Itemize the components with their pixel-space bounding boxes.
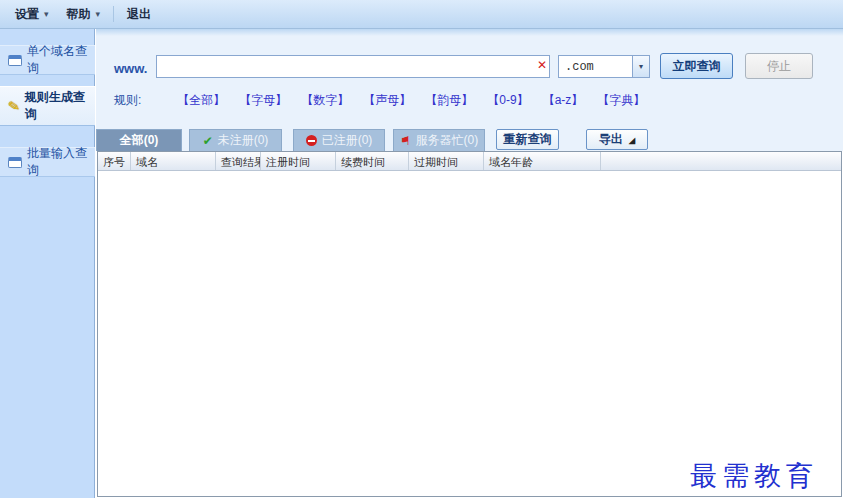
tld-dropdown-button[interactable]: ▾ (632, 56, 649, 77)
pencil-icon: ✎ (7, 98, 21, 114)
chevron-down-icon: ▾ (44, 9, 49, 19)
tab-all[interactable]: 全部(0) (96, 129, 182, 151)
www-label: www. (114, 61, 147, 76)
column-header-renew-time[interactable]: 续费时间 (336, 152, 409, 170)
rule-option-letters[interactable]: 【字母】 (239, 92, 287, 109)
sidebar: 单个域名查询 ✎ 规则生成查询 批量输入查询 (0, 29, 95, 498)
check-icon: ✔ (203, 134, 213, 148)
menu-help-label: 帮助 (67, 6, 91, 23)
rule-option-digits[interactable]: 【数字】 (301, 92, 349, 109)
window-icon (8, 157, 22, 168)
rule-option-finals[interactable]: 【韵母】 (425, 92, 473, 109)
domain-input-wrap: ✕ (156, 55, 550, 78)
flag-icon: ⚑ (400, 134, 411, 148)
tld-select[interactable]: .com ▾ (558, 55, 650, 78)
watermark-text: 最需教育 (690, 458, 856, 494)
chevron-down-icon: ▾ (639, 62, 643, 71)
column-header-domain[interactable]: 域名 (131, 152, 216, 170)
tab-label: 未注册(0) (218, 132, 269, 149)
results-tabstrip: 全部(0) ✔ 未注册(0) 已注册(0) ⚑ 服务器忙(0) 重新查询 导出 … (96, 128, 843, 151)
clear-input-icon[interactable]: ✕ (537, 59, 547, 71)
export-label: 导出 (599, 132, 623, 146)
export-dropdown-icon: ◢ (629, 136, 635, 145)
sidebar-item-label: 批量输入查询 (27, 145, 95, 179)
query-now-button[interactable]: 立即查询 (660, 53, 733, 79)
tab-unregistered[interactable]: ✔ 未注册(0) (189, 129, 282, 151)
sidebar-item-rule-generate-query[interactable]: ✎ 规则生成查询 (0, 86, 95, 126)
menu-help[interactable]: 帮助 ▾ (58, 3, 110, 26)
menu-exit[interactable]: 退出 (118, 3, 160, 26)
menu-exit-label: 退出 (127, 6, 151, 23)
column-header-register-time[interactable]: 注册时间 (261, 152, 336, 170)
tab-label: 已注册(0) (322, 132, 373, 149)
tab-label: 全部(0) (120, 132, 159, 149)
tld-selected-value: .com (559, 60, 632, 74)
column-header-expire-time[interactable]: 过期时间 (409, 152, 484, 170)
column-header-index[interactable]: 序号 (98, 152, 131, 170)
rules-row: 规则: 【全部】 【字母】 【数字】 【声母】 【韵母】 【0-9】 【a-z】… (114, 92, 645, 109)
rule-option-dictionary[interactable]: 【字典】 (597, 92, 645, 109)
menu-divider (113, 6, 114, 22)
domain-input[interactable] (156, 55, 550, 78)
sidebar-item-batch-input-query[interactable]: 批量输入查询 (0, 147, 95, 177)
tab-server-busy[interactable]: ⚑ 服务器忙(0) (393, 129, 485, 151)
chevron-down-icon: ▾ (96, 9, 101, 19)
tab-registered[interactable]: 已注册(0) (293, 129, 385, 151)
table-body-empty (98, 171, 841, 497)
stop-button[interactable]: 停止 (745, 53, 813, 79)
export-button[interactable]: 导出 ◢ (586, 129, 648, 150)
tab-label: 服务器忙(0) (416, 132, 479, 149)
app-window: 设置 ▾ 帮助 ▾ 退出 单个域名查询 ✎ 规则生成查询 批量输入查询 www. (0, 0, 843, 498)
rule-option-initials[interactable]: 【声母】 (363, 92, 411, 109)
menu-settings-label: 设置 (15, 6, 39, 23)
requery-button[interactable]: 重新查询 (496, 129, 559, 150)
rule-option-0-9[interactable]: 【0-9】 (487, 92, 528, 109)
menubar: 设置 ▾ 帮助 ▾ 退出 (0, 0, 843, 29)
sidebar-item-single-domain-query[interactable]: 单个域名查询 (0, 45, 95, 75)
rule-option-all[interactable]: 【全部】 (177, 92, 225, 109)
menu-settings[interactable]: 设置 ▾ (6, 3, 58, 26)
sidebar-item-label: 单个域名查询 (27, 43, 95, 77)
results-table: 序号 域名 查询结果 注册时间 续费时间 过期时间 域名年龄 (97, 151, 842, 497)
query-panel: www. ✕ .com ▾ 立即查询 停止 规则: 【全部】 【字母】 【数字】… (96, 29, 843, 128)
rule-option-a-z[interactable]: 【a-z】 (543, 92, 584, 109)
no-entry-icon (306, 135, 317, 146)
sidebar-item-label: 规则生成查询 (25, 89, 95, 123)
table-header-row: 序号 域名 查询结果 注册时间 续费时间 过期时间 域名年龄 (98, 152, 841, 171)
window-icon (8, 55, 22, 66)
query-row: www. ✕ .com ▾ 立即查询 停止 (96, 53, 843, 83)
column-header-query-result[interactable]: 查询结果 (216, 152, 261, 170)
rules-label: 规则: (114, 92, 141, 109)
column-header-domain-age[interactable]: 域名年龄 (484, 152, 601, 170)
